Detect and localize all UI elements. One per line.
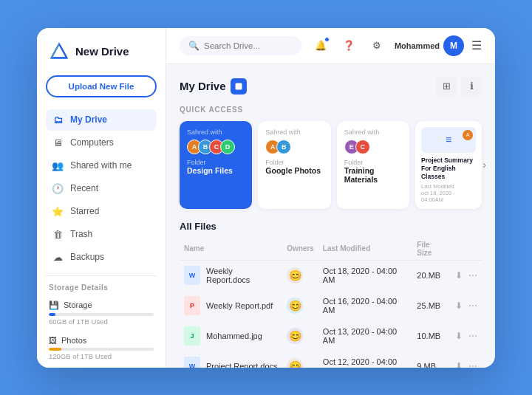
qa-folder-name-1: Design Files xyxy=(187,166,245,175)
file-size: 10.MB xyxy=(412,320,451,351)
table-row[interactable]: J Mohammed.jpg 😊 Oct 13, 2020 - 04:00 AM… xyxy=(180,320,482,351)
action-icons: ⬇ ⋯ xyxy=(455,331,477,341)
computers-icon: 🖥 xyxy=(52,137,64,148)
owner-avatar: 😊 xyxy=(287,358,303,368)
sidebar: New Drive Upload New File 🗂 My Drive 🖥 C… xyxy=(37,28,166,368)
photos-icon: 🖼 xyxy=(49,336,57,345)
file-name: Weekly Report.docs xyxy=(206,267,278,284)
right-card-title: Project Summary For English Classes xyxy=(421,157,476,181)
header: 🔍 🔔 ❓ ⚙ Mohammed M ☰ xyxy=(166,28,495,64)
qa-folder-name-3: Training Materials xyxy=(344,166,402,184)
qa-shared-3: Sahred with xyxy=(344,128,402,136)
sidebar-item-shared[interactable]: 👥 Shared with me xyxy=(46,155,157,176)
info-button[interactable]: ℹ xyxy=(461,76,482,97)
shared-icon: 👥 xyxy=(52,160,64,171)
more-icon[interactable]: ⋯ xyxy=(468,361,477,368)
svg-rect-0 xyxy=(235,83,242,89)
help-button[interactable]: ❓ xyxy=(338,35,359,56)
search-input[interactable] xyxy=(204,41,293,50)
download-icon[interactable]: ⬇ xyxy=(455,270,463,281)
sidebar-item-backups[interactable]: ☁ Backups xyxy=(46,247,157,268)
quick-access-chevron[interactable]: › xyxy=(482,159,486,171)
sidebar-item-backups-label: Backups xyxy=(70,252,104,262)
drive-icon xyxy=(231,78,247,95)
qa-shared-1: Sahred with xyxy=(187,128,245,136)
storage-item-photos: 🖼 Photos 120GB of 1TB Used xyxy=(46,333,157,363)
notifications-button[interactable]: 🔔 xyxy=(310,35,331,56)
qa-card-training[interactable]: Sahred with E C Folder Training Material… xyxy=(337,121,409,209)
qa-card-photos[interactable]: Sahred with A B Folder Google Photos xyxy=(258,121,330,209)
quick-access-label: QUICK ACCESS xyxy=(180,106,482,114)
sidebar-item-computers[interactable]: 🖥 Computers xyxy=(46,132,157,154)
backups-icon: ☁ xyxy=(52,252,64,263)
sidebar-item-recent[interactable]: 🕐 Recent xyxy=(46,178,157,199)
file-type-icon: P xyxy=(184,296,200,315)
quick-access-row: Sahred with A B C D Folder Design Files … xyxy=(180,121,482,209)
photos-bar-fill xyxy=(49,348,61,351)
settings-button[interactable]: ⚙ xyxy=(366,35,387,56)
app-name: New Drive xyxy=(75,45,129,58)
table-row[interactable]: P Weekly Report.pdf 😊 Oct 16, 2020 - 04:… xyxy=(180,290,482,320)
photos-label-text: Photos xyxy=(61,336,86,345)
search-icon: 🔍 xyxy=(188,41,200,51)
file-type-icon: W xyxy=(184,357,200,368)
menu-icon[interactable]: ☰ xyxy=(471,38,482,52)
qa-folder-name-2: Google Photos xyxy=(265,166,323,175)
action-icons: ⬇ ⋯ xyxy=(455,300,477,311)
sidebar-item-computers-label: Computers xyxy=(70,137,114,148)
more-icon[interactable]: ⋯ xyxy=(468,331,477,341)
sidebar-item-my-drive[interactable]: 🗂 My Drive xyxy=(46,109,157,131)
storage-icon: 💾 xyxy=(49,300,59,310)
file-size: 9.MB xyxy=(412,351,451,367)
sidebar-item-trash-label: Trash xyxy=(70,229,92,239)
sidebar-nav: 🗂 My Drive 🖥 Computers 👥 Shared with me … xyxy=(46,109,157,268)
download-icon[interactable]: ⬇ xyxy=(455,361,463,368)
breadcrumb-title: My Drive xyxy=(180,80,226,92)
right-card-meta-date: oct 18, 2020 - 04:00AM xyxy=(421,190,476,203)
qa-avatar: B xyxy=(276,140,291,154)
table-row[interactable]: W Project Report.docs 😊 Oct 12, 2020 - 0… xyxy=(180,351,482,367)
search-bar[interactable]: 🔍 xyxy=(180,36,301,55)
qa-right-card[interactable]: ≡ A Project Summary For English Classes … xyxy=(415,121,482,209)
col-modified: Last Modified xyxy=(318,238,413,261)
sidebar-item-starred[interactable]: ⭐ Starred xyxy=(46,201,157,222)
qa-avatar: D xyxy=(220,140,235,154)
recent-icon: 🕐 xyxy=(52,183,64,194)
more-icon[interactable]: ⋯ xyxy=(468,300,477,311)
logo: New Drive xyxy=(46,41,157,62)
download-icon[interactable]: ⬇ xyxy=(455,331,463,341)
file-modified: Oct 18, 2020 - 04:00 AM xyxy=(318,260,413,290)
action-icons: ⬇ ⋯ xyxy=(455,270,477,281)
sidebar-item-trash[interactable]: 🗑 Trash xyxy=(46,224,157,245)
file-size: 20.MB xyxy=(412,260,451,290)
download-icon[interactable]: ⬇ xyxy=(455,300,463,311)
upload-button[interactable]: Upload New File xyxy=(46,75,157,97)
user-name: Mohammed xyxy=(395,41,440,50)
photos-bar xyxy=(49,348,154,351)
file-size: 25.MB xyxy=(412,290,451,320)
qa-avatars-1: A B C D xyxy=(187,140,245,154)
avatar: M xyxy=(443,35,464,56)
doc-preview: ≡ A xyxy=(421,127,476,153)
file-name: Weekly Report.pdf xyxy=(206,301,273,310)
right-card-meta-label: Last Modified xyxy=(421,183,476,190)
qa-card-design[interactable]: Sahred with A B C D Folder Design Files xyxy=(180,121,252,209)
app-window: New Drive Upload New File 🗂 My Drive 🖥 C… xyxy=(37,28,495,368)
photos-used: 120GB of 1TB Used xyxy=(49,352,154,360)
qa-avatars-2: A B xyxy=(265,140,323,154)
more-icon[interactable]: ⋯ xyxy=(468,270,477,281)
user-chip: Mohammed M xyxy=(395,35,464,56)
owner-avatar: 😊 xyxy=(287,267,303,284)
notification-badge xyxy=(324,37,330,42)
table-row[interactable]: W Weekly Report.docs 😊 Oct 18, 2020 - 04… xyxy=(180,260,482,290)
action-icons: ⬇ ⋯ xyxy=(455,361,477,368)
file-type-icon: J xyxy=(184,326,200,346)
file-name: Project Report.docs xyxy=(206,362,278,368)
qa-folder-label-2: Folder xyxy=(265,159,323,166)
all-files-title: All Files xyxy=(180,221,482,232)
file-modified: Oct 12, 2020 - 04:00 AM xyxy=(318,351,413,367)
grid-view-button[interactable]: ⊞ xyxy=(436,76,457,97)
qa-folder-label-1: Folder xyxy=(187,159,245,166)
files-table: Name Owners Last Modified File Size W We… xyxy=(180,238,482,368)
starred-icon: ⭐ xyxy=(52,206,64,217)
